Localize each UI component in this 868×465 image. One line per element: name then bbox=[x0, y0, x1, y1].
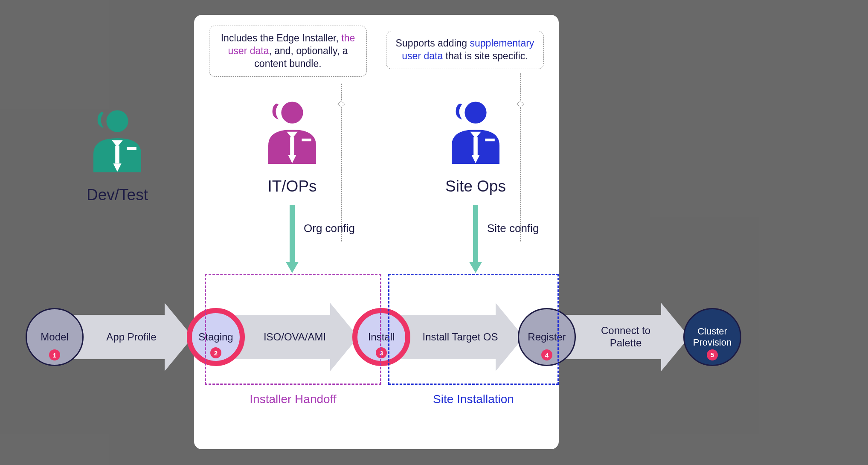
step-staging: Staging 2 bbox=[187, 308, 245, 366]
persona-itops-label: IT/OPs bbox=[258, 177, 326, 195]
arrow-label: Connect to Palette bbox=[588, 325, 664, 349]
arrow-label: App Profile bbox=[96, 331, 167, 343]
svg-rect-0 bbox=[115, 146, 119, 164]
step-circle-install: Install 3 bbox=[352, 308, 410, 366]
arrow-model: App Profile bbox=[69, 303, 193, 371]
step-badge: 1 bbox=[49, 349, 60, 360]
step-circle-register: Register 4 bbox=[518, 308, 576, 366]
bubble-siteops: Supports adding supplementary user data … bbox=[386, 31, 544, 69]
step-badge: 2 bbox=[210, 347, 221, 358]
svg-rect-3 bbox=[302, 139, 311, 141]
step-circle-provision: Cluster Provision 5 bbox=[683, 308, 741, 366]
step-badge: 3 bbox=[376, 347, 387, 358]
svg-marker-9 bbox=[469, 262, 482, 273]
persona-siteops-label: Site Ops bbox=[441, 177, 510, 195]
person-icon bbox=[441, 98, 510, 175]
svg-rect-5 bbox=[485, 139, 494, 141]
step-provision: Cluster Provision 5 bbox=[683, 308, 741, 366]
org-config-label: Org config bbox=[304, 222, 355, 235]
svg-rect-2 bbox=[290, 137, 294, 155]
step-circle-staging: Staging 2 bbox=[187, 308, 245, 366]
arrow-label: Install Target OS bbox=[422, 331, 498, 343]
persona-devtest: Dev/Test bbox=[83, 107, 151, 204]
arrow-install: Install Target OS bbox=[396, 303, 524, 371]
bubble-text: Supports adding bbox=[396, 38, 470, 49]
step-badge: 5 bbox=[707, 349, 718, 360]
step-install: Install 3 bbox=[352, 308, 410, 366]
bubble-itops: Includes the Edge Installer, the user da… bbox=[209, 26, 367, 77]
step-label: Register bbox=[528, 331, 566, 343]
flow-row: Model 1 App Profile Staging 2 ISO/OVA/AM… bbox=[26, 282, 842, 392]
bubble-text: , and, optionally, a content bundle. bbox=[254, 45, 348, 69]
persona-siteops: Site Ops bbox=[441, 98, 510, 195]
step-badge: 4 bbox=[541, 349, 552, 360]
bubble-text: that is site specific. bbox=[443, 50, 528, 61]
step-label: Staging bbox=[198, 331, 233, 343]
person-icon bbox=[83, 107, 151, 183]
persona-itops: IT/OPs bbox=[258, 98, 326, 195]
step-label: Model bbox=[41, 331, 68, 343]
arrow-staging: ISO/OVA/AMI bbox=[230, 303, 358, 371]
person-icon bbox=[258, 98, 326, 175]
bubble-tail bbox=[520, 73, 521, 241]
bubble-text: Includes the Edge Installer, bbox=[221, 32, 342, 44]
group-label-handoff: Installer Handoff bbox=[205, 392, 381, 406]
persona-devtest-label: Dev/Test bbox=[83, 186, 151, 204]
site-config-label: Site config bbox=[487, 222, 539, 235]
arrow-label: ISO/OVA/AMI bbox=[257, 331, 333, 343]
arrow-register: Connect to Palette bbox=[561, 303, 689, 371]
svg-marker-7 bbox=[286, 262, 299, 273]
svg-rect-4 bbox=[473, 137, 478, 155]
step-model: Model 1 bbox=[26, 308, 84, 366]
step-label: Install bbox=[368, 331, 395, 343]
svg-rect-1 bbox=[127, 147, 136, 150]
step-label: Cluster Provision bbox=[688, 326, 737, 349]
arrow-down-icon bbox=[286, 205, 299, 273]
step-circle-model: Model 1 bbox=[26, 308, 84, 366]
group-label-siteinstall: Site Installation bbox=[388, 392, 559, 406]
step-register: Register 4 bbox=[518, 308, 576, 366]
arrow-down-icon bbox=[469, 205, 482, 273]
